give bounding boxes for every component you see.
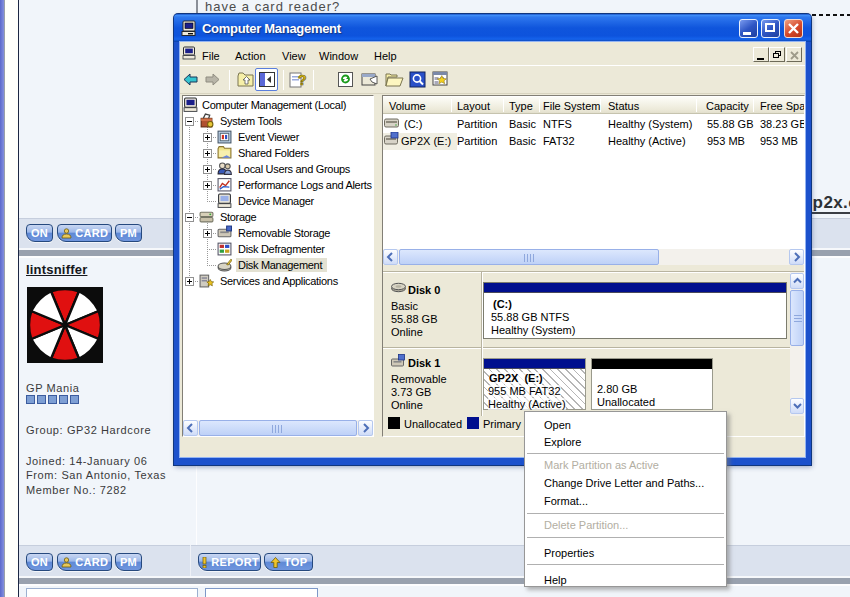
svg-text:?: ? [298,72,307,88]
